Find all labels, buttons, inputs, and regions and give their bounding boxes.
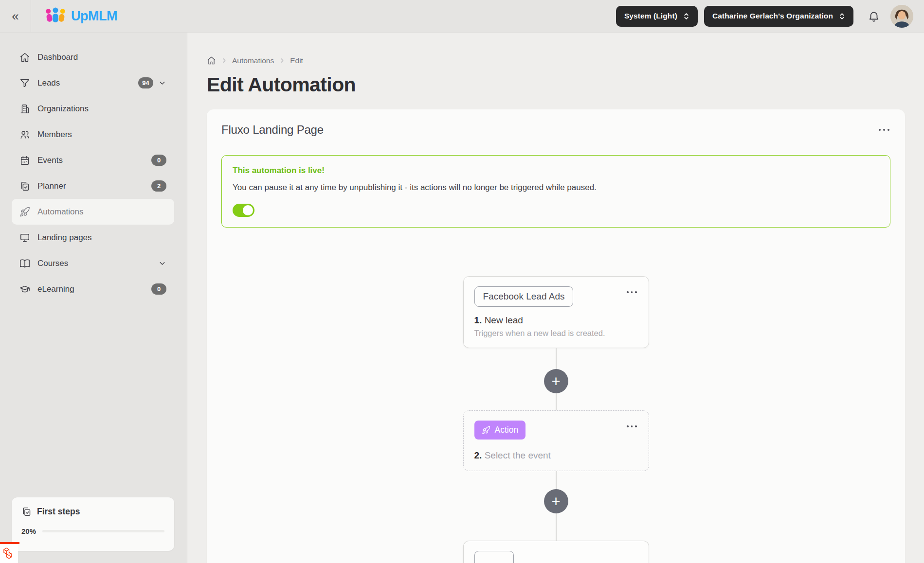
toggle-knob [243,205,253,215]
sidebar-item-label: Organizations [37,104,89,114]
rocket-icon [482,426,490,435]
sidebar-item-label: Landing pages [37,233,92,243]
action-pill[interactable]: Action [474,421,526,440]
sidebar-item-automations[interactable]: Automations [12,199,174,225]
organization-selector-button[interactable]: Catharine Gerlach's Organization [704,6,853,27]
brand-logo[interactable]: UpMLM [45,7,117,25]
chevrons-up-down-icon [683,12,689,20]
flow-connector [556,471,557,489]
home-icon [207,56,216,65]
live-alert-body: You can pause it at any time by unpublis… [233,183,879,193]
sidebar-item-events[interactable]: Events 0 [12,147,174,173]
planner-count-badge: 2 [151,180,166,192]
breadcrumb-automations-link[interactable]: Automations [232,56,274,65]
sidebar-item-landing-pages[interactable]: Landing pages [12,225,174,250]
first-steps-percent: 20% [21,527,36,535]
brand-name: UpMLM [71,9,117,24]
user-avatar[interactable] [890,5,913,28]
step-title: New lead [485,315,523,325]
sidebar-item-label: Leads [37,78,60,88]
sidebar: Dashboard Leads 94 [0,33,187,563]
theme-selector-label: System (Light) [624,12,677,20]
organization-selector-label: Catharine Gerlach's Organization [712,12,833,20]
first-steps-progress-bar [42,530,164,532]
sidebar-item-courses[interactable]: Courses [12,250,174,276]
next-node-partial [463,541,649,563]
leads-count-badge: 94 [138,77,153,88]
graduation-cap-icon [19,284,30,295]
flow-connector [556,348,557,369]
elearning-count-badge: 0 [151,283,166,295]
trigger-node: Facebook Lead Ads 1. New lead Triggers w… [463,276,649,348]
step-description: Triggers when a new lead is created. [474,329,638,338]
funnel-icon [19,78,30,88]
laravel-debugbar-toggle[interactable] [0,542,19,563]
trigger-source-pill[interactable]: Facebook Lead Ads [474,286,574,307]
automation-name: Fluxo Landing Page [221,123,324,137]
node-menu-button[interactable] [626,286,638,296]
topbar: « UpMLM System (Light) [0,0,924,33]
sidebar-item-members[interactable]: Members [12,122,174,147]
card-menu-button[interactable] [878,126,890,134]
publish-toggle[interactable] [233,204,254,217]
sidebar-item-planner[interactable]: Planner 2 [12,173,174,199]
notifications-bell-button[interactable] [868,10,880,22]
add-step-button[interactable]: + [544,369,568,393]
breadcrumb-edit: Edit [290,56,303,65]
sidebar-item-dashboard[interactable]: Dashboard [12,44,174,70]
monitor-icon [19,232,30,243]
laravel-logo-icon [3,547,16,560]
sidebar-item-organizations[interactable]: Organizations [12,96,174,122]
sidebar-item-label: Members [37,130,72,140]
bell-icon [868,10,880,22]
clipboard-check-icon [21,507,32,517]
sidebar-item-label: eLearning [37,284,74,294]
main-content: Automations Edit Edit Automation Fluxo L… [187,33,924,563]
next-node-pill[interactable] [474,551,514,563]
chevrons-up-down-icon [839,12,845,20]
breadcrumb-home-link[interactable] [207,56,216,65]
events-count-badge: 0 [151,155,166,166]
breadcrumb: Automations Edit [207,56,905,65]
live-alert: This automation is live! You can pause i… [221,155,890,228]
step-title: Select the event [485,450,551,460]
live-alert-title: This automation is live! [233,166,879,176]
users-icon [19,129,30,140]
plus-icon: + [551,374,560,389]
calendar-icon [19,155,30,166]
home-icon [19,52,30,63]
add-step-button[interactable]: + [544,489,568,513]
sidebar-item-label: Automations [37,207,84,217]
sidebar-item-label: Dashboard [37,53,78,62]
page-title: Edit Automation [207,73,905,96]
step-number: 1. [474,315,482,325]
action-pill-label: Action [495,425,519,435]
double-chevron-left-icon: « [12,9,18,24]
rocket-icon [19,207,30,217]
sidebar-item-label: Events [37,156,63,165]
action-node: Action 2. Select the event [463,410,649,471]
first-steps-card[interactable]: First steps 20% [12,497,174,551]
node-menu-button[interactable] [626,421,638,430]
building-icon [19,104,30,114]
brand-people-icon [45,7,66,25]
sidebar-item-elearning[interactable]: eLearning 0 [12,276,174,302]
topbar-controls: System (Light) Catharine Gerlach's Organ… [616,5,924,28]
chevron-right-icon [279,57,285,64]
flow-connector [556,513,557,541]
sidebar-item-label: Courses [37,259,68,268]
first-steps-title: First steps [37,507,80,517]
sidebar-item-leads[interactable]: Leads 94 [12,70,174,96]
plus-icon: + [551,494,560,509]
automation-flow: Facebook Lead Ads 1. New lead Triggers w… [221,276,890,563]
chevron-down-icon [158,79,166,87]
book-open-icon [19,258,30,269]
flow-connector [556,393,557,410]
chevron-right-icon [221,57,227,64]
automation-card: Fluxo Landing Page This automation is li… [207,109,905,563]
sidebar-item-label: Planner [37,181,66,191]
clipboard-check-icon [19,181,30,192]
collapse-sidebar-button[interactable]: « [0,0,31,32]
theme-selector-button[interactable]: System (Light) [616,6,698,27]
chevron-down-icon [158,259,166,267]
